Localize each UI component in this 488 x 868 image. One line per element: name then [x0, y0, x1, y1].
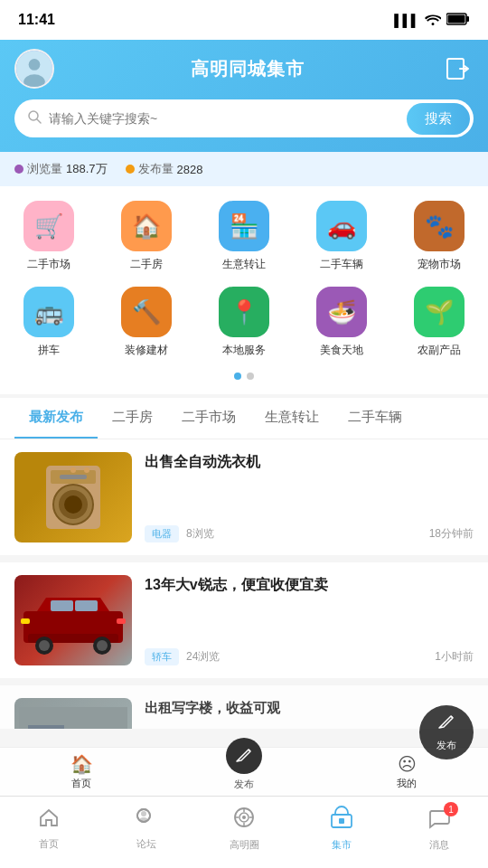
category-second-hand-market[interactable]: 🛒 二手市场: [8, 201, 89, 272]
svg-line-8: [37, 119, 41, 123]
inner-tab-bar: 🏠 首页 发布 ☹ 我的: [0, 747, 488, 796]
page-dots: [0, 373, 488, 380]
cat-label-market: 二手市场: [27, 257, 70, 272]
nav-home[interactable]: 首页: [0, 807, 98, 858]
svg-rect-16: [60, 475, 87, 479]
header-top: 高明同城集市: [14, 49, 474, 89]
cat-label-house: 二手房: [130, 257, 163, 272]
nav-circle[interactable]: 高明圈: [195, 806, 293, 859]
status-bar: 11:41 ▌▌▌: [0, 0, 488, 40]
svg-rect-26: [117, 618, 126, 624]
search-input[interactable]: [49, 111, 407, 126]
inner-mine-label: 我的: [397, 777, 417, 790]
tab-business[interactable]: 生意转让: [250, 398, 333, 439]
nav-market-icon: [330, 806, 353, 835]
svg-rect-24: [75, 600, 98, 611]
category-business-transfer[interactable]: 🏪 生意转让: [203, 201, 285, 272]
categories: 🛒 二手市场 🏠 二手房 🏪 生意转让 🚗 二手车辆 🐾 宠物市场 🚌 拼车 🔨…: [0, 186, 488, 394]
nav-circle-label: 高明圈: [230, 838, 259, 852]
category-second-hand-house[interactable]: 🏠 二手房: [106, 201, 187, 272]
listings-container: 出售全自动洗衣机 电器 8浏览 18分钟前: [0, 439, 488, 729]
tab-house[interactable]: 二手房: [98, 398, 167, 439]
nav-forum-icon: [135, 807, 158, 834]
listing-image-2: [14, 575, 132, 665]
stats-bar: 浏览量 188.7万 发布量 2828: [0, 152, 488, 186]
posts-value: 2828: [177, 163, 203, 176]
tab-latest[interactable]: 最新发布: [14, 398, 98, 439]
views-label: 浏览量: [27, 161, 62, 177]
inner-publish-label: 发布: [234, 778, 254, 791]
category-carpool[interactable]: 🚌 拼车: [8, 287, 89, 358]
status-time: 11:41: [18, 12, 55, 28]
views-value: 188.7万: [66, 161, 108, 177]
search-icon: [27, 109, 42, 127]
listing-views-2: 24浏览: [186, 649, 220, 665]
category-second-hand-car[interactable]: 🚗 二手车辆: [301, 201, 382, 272]
cat-label-business: 生意转让: [222, 257, 266, 272]
status-icons: ▌▌▌: [394, 13, 470, 28]
category-row-2: 🚌 拼车 🔨 装修建材 📍 本地服务 🍜 美食天地 🌱 农副产品: [0, 287, 488, 358]
stat-views: 浏览量 188.7万: [14, 161, 108, 177]
header: 高明同城集市 搜索: [0, 40, 488, 152]
listing-views-1: 8浏览: [186, 526, 214, 542]
inner-tab-mine[interactable]: ☹ 我的: [325, 753, 488, 790]
nav-market[interactable]: 集市: [293, 806, 390, 859]
listing-title-1: 出售全自动洗衣机: [145, 452, 474, 472]
listing-tabs: 最新发布 二手房 二手市场 生意转让 二手车辆: [0, 398, 488, 439]
listing-title-3: 出租写字楼，收益可观: [145, 698, 474, 717]
bottom-nav: 首页 论坛 高明圈: [0, 796, 488, 868]
category-food[interactable]: 🍜 美食天地: [301, 287, 382, 358]
cat-icon-carpool: 🚌: [23, 287, 74, 337]
listing-time-1: 18分钟前: [429, 526, 474, 542]
publish-fab[interactable]: 发布: [419, 705, 474, 760]
cat-label-car: 二手车辆: [320, 257, 363, 272]
svg-rect-28: [28, 725, 64, 729]
nav-forum[interactable]: 论坛: [98, 807, 195, 858]
category-pet-market[interactable]: 🐾 宠物市场: [399, 201, 480, 272]
cat-icon-house: 🏠: [121, 201, 172, 251]
tab-car[interactable]: 二手车辆: [333, 398, 417, 439]
listing-info-1: 出售全自动洗衣机 电器 8浏览 18分钟前: [145, 452, 474, 542]
inner-publish-btn[interactable]: [226, 738, 262, 774]
listing-item[interactable]: 出租写字楼，收益可观 商铺 15浏览 2小时前: [0, 685, 488, 729]
category-renovation[interactable]: 🔨 装修建材: [106, 287, 187, 358]
cat-icon-renovation: 🔨: [121, 287, 172, 337]
land-image: [14, 698, 132, 729]
inner-home-icon: 🏠: [70, 753, 93, 775]
header-title: 高明同城集市: [191, 57, 305, 81]
dot-2: [247, 373, 254, 380]
cat-label-service: 本地服务: [222, 343, 266, 358]
search-button[interactable]: 搜索: [407, 103, 470, 135]
listing-meta-1: 电器 8浏览 18分钟前: [145, 525, 474, 542]
category-agriculture[interactable]: 🌱 农副产品: [399, 287, 480, 358]
listing-tags-2: 轿车 24浏览: [145, 648, 220, 665]
listing-meta-2: 轿车 24浏览 1小时前: [145, 648, 474, 665]
listing-title-2: 13年大v锐志，便宜收便宜卖: [145, 575, 474, 595]
listing-image-1: [14, 452, 132, 542]
nav-home-label: 首页: [39, 837, 59, 851]
logout-button[interactable]: [441, 52, 474, 85]
cat-icon-business: 🏪: [219, 201, 269, 251]
listing-item[interactable]: 出售全自动洗衣机 电器 8浏览 18分钟前: [0, 439, 488, 555]
listing-image-3: [14, 698, 132, 729]
washer-image: [14, 452, 132, 542]
cat-label-pet: 宠物市场: [418, 257, 461, 272]
nav-message[interactable]: 1 消息: [390, 806, 488, 859]
nav-message-icon: 1: [427, 806, 451, 835]
svg-point-13: [64, 495, 82, 514]
svg-point-15: [84, 467, 89, 473]
listing-item[interactable]: 13年大v锐志，便宜收便宜卖 轿车 24浏览 1小时前: [0, 562, 488, 678]
svg-rect-23: [51, 600, 73, 611]
cat-icon-market: 🛒: [23, 201, 74, 251]
posts-label: 发布量: [138, 161, 174, 177]
inner-tab-publish[interactable]: 发布: [163, 752, 325, 791]
tab-market[interactable]: 二手市场: [167, 398, 250, 439]
cat-icon-agri: 🌱: [414, 287, 465, 337]
category-local-service[interactable]: 📍 本地服务: [203, 287, 285, 358]
svg-rect-25: [21, 618, 30, 624]
nav-message-label: 消息: [429, 838, 449, 852]
inner-tab-home[interactable]: 🏠 首页: [0, 753, 163, 790]
avatar[interactable]: [14, 49, 54, 89]
cat-icon-car: 🚗: [316, 201, 367, 251]
svg-point-20: [39, 640, 50, 651]
